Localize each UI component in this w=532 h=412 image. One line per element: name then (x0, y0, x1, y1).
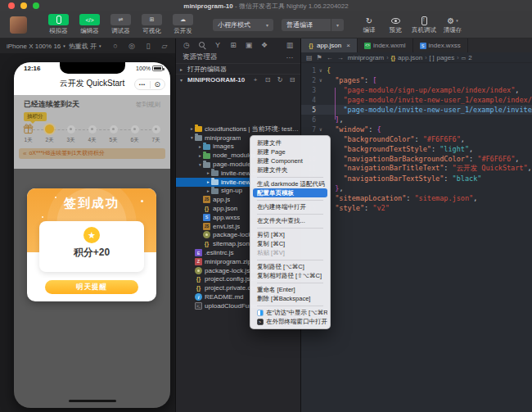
toolbar-button-模拟器[interactable]: 模拟器 (45, 14, 72, 35)
toolbar-button-云开发[interactable]: ☁云开发 (169, 14, 196, 35)
code-line-10: 10 "navigationBarBackgroundColor": "#F6F… (301, 154, 532, 164)
compile-mode-dropdown[interactable]: 普通编译 ▾ (282, 19, 344, 31)
split-icon[interactable]: ▥ (286, 41, 294, 49)
signin-rules-link[interactable]: 签到规则 (136, 101, 160, 109)
code-token: "light" (440, 145, 469, 153)
breadcrumb-item-miniprogram[interactable]: miniprogram (348, 54, 384, 61)
chevron-right-icon: ▸ (180, 66, 185, 72)
more-actions-icon[interactable]: ⋯ (286, 53, 295, 61)
json-file-icon (203, 240, 210, 247)
refresh-icon[interactable]: ↻ (276, 75, 284, 84)
menu-item-剪切-X-[interactable]: 剪切 [⌘X] (253, 230, 327, 239)
menu-item-复制路径-C-[interactable]: 复制路径 [⌥⌘C] (253, 262, 327, 271)
code-line-5: 5 "page-module/invite-new-user_1/example… (301, 105, 532, 115)
line-number: 7 (301, 126, 319, 134)
action-button-编译[interactable]: ↻编译 (357, 15, 381, 34)
search-icon[interactable] (198, 41, 206, 49)
eye-glyph (391, 18, 400, 24)
action-button-清缓存[interactable]: ⚙▾清缓存 (440, 15, 465, 34)
line-number: 4 (301, 97, 319, 104)
menu-item-复制-C-[interactable]: 复制 [⌘C] (253, 239, 327, 248)
breadcrumb-item-app.json[interactable]: {}app.json (391, 54, 423, 61)
tab-label: index.wxss (429, 42, 461, 49)
action-button-预览[interactable]: 预览 (383, 15, 408, 34)
tree-item-cloudfunctions-test1-lowcode[interactable]: ▸cloudfunctions | 当前环境: test1-lowcode (176, 125, 300, 134)
record-icon[interactable]: ◎ (128, 42, 136, 50)
menu-item-删除-Backspace-[interactable]: 删除 [⌘Backspace] (253, 294, 327, 303)
new-file-icon[interactable]: + (251, 75, 259, 84)
wxml-file-icon (364, 43, 371, 49)
menu-item-粘贴-V-: 粘贴 [⌘V] (253, 248, 327, 257)
menu-item-在-访达-中显示-R-[interactable]: 在“访达”中显示 [⌥⌘R] (253, 308, 327, 317)
bookmark-icon[interactable]: ⚑ (317, 54, 322, 61)
collapse-icon[interactable]: ⊟ (288, 75, 296, 84)
code-text: "backgroundTextStyle": "light", (327, 145, 473, 153)
open-editors-section[interactable]: ▸ 打开的编辑器 (176, 63, 300, 74)
menu-item-新建-Component[interactable]: 新建 Component (253, 156, 327, 165)
fold-chevron-icon[interactable]: ∨ (319, 127, 327, 132)
user-avatar[interactable] (10, 16, 27, 34)
fold-chevron-icon[interactable]: ∨ (319, 68, 327, 73)
announcement-marquee: « oX***H8连续签到1天获得积分 (19, 148, 165, 159)
breadcrumb-item-2[interactable]: ▭2 (462, 54, 472, 61)
list-icon[interactable]: ▤ (306, 54, 313, 61)
menu-item-新建文件[interactable]: 新建文件 (253, 138, 327, 147)
action-button-真机调试[interactable]: 真机调试 (409, 15, 439, 34)
toolbar-button-label: 可视化 (142, 27, 161, 35)
tab-app.json[interactable]: app.json× (301, 38, 358, 52)
code-line-14: 14 "sitemapLocation": "sitemap.json", (301, 193, 532, 203)
toolbar-button-可视化[interactable]: ⊞可视化 (138, 14, 165, 35)
code-text: "page-module/invite-new-user_1/example/i… (327, 106, 532, 114)
code-token: , (339, 115, 343, 124)
breadcrumb-label: 2 (468, 54, 471, 61)
signin-progress (22, 123, 162, 136)
device-selector[interactable]: iPhone X 100% 16▾ (7, 43, 65, 50)
toolbar-button-编辑器[interactable]: </>编辑器 (76, 14, 103, 35)
project-root-section[interactable]: ▾ MINIPROGRAM-10 +⊡↻⊟ (176, 74, 300, 84)
breadcrumb-item-pages[interactable]: [ ]pages (430, 54, 455, 61)
menu-item-新建-Page[interactable]: 新建 Page (253, 147, 327, 156)
tab-index.wxss[interactable]: index.wxss (413, 38, 468, 52)
back-arrow-icon[interactable]: ← (327, 54, 333, 61)
menu-item-生成-darkmode-适配代码[interactable]: 生成 darkmode 适配代码 (253, 179, 327, 188)
hot-reload-toggle[interactable]: 热重载 开▾ (69, 42, 101, 51)
menu-item-在外部终端窗口中打开[interactable]: 在外部终端窗口中打开 (253, 317, 327, 326)
day-idle-circle (88, 125, 97, 134)
menu-item-复制相对路径-C-[interactable]: 复制相对路径 [⇧⌥⌘C] (253, 271, 327, 280)
remind-tomorrow-button[interactable]: 明天提醒 (45, 280, 138, 294)
tree-item-label: .eslintrc.js (205, 249, 234, 256)
fold-chevron-icon[interactable]: ∨ (319, 78, 327, 83)
main-toolbar: 模拟器</>编辑器⇌调试器⊞可视化☁云开发 小程序模式 ▾ 普通编译 ▾ ↻编译… (0, 11, 532, 38)
new-folder-icon[interactable]: ⊡ (264, 75, 272, 84)
day-label-3: 3天 (65, 137, 77, 144)
json-icon: {} (391, 55, 395, 61)
menu-item-新建文件夹[interactable]: 新建文件夹 (253, 165, 327, 174)
menu-item-在文件夹中查找-[interactable]: 在文件夹中查找... (253, 216, 327, 225)
sparkle-decoration (55, 197, 56, 198)
menu-item-在内建终端中打开[interactable]: 在内建终端中打开 (253, 202, 327, 211)
announcement-text: oX***H8连续签到1天获得积分 (29, 149, 105, 157)
toolbar-button-label: 云开发 (174, 27, 192, 35)
menu-item-配置单页模板[interactable]: 配置单页模板 (253, 188, 327, 197)
phone-frame-icon[interactable]: ▯ (144, 42, 152, 50)
forward-arrow-icon[interactable]: → (337, 54, 344, 61)
tab-index.wxml[interactable]: index.wxml (358, 38, 413, 52)
windows-icon[interactable]: ▱ (160, 42, 169, 50)
rotate-icon[interactable]: ○ (111, 42, 119, 50)
code-line-15: 15 "style": "v2" (301, 203, 532, 213)
hand-icon[interactable]: ❖ (260, 41, 268, 49)
capsule-home-button[interactable]: ⊙ (151, 79, 165, 90)
package-icon[interactable]: ▣ (245, 41, 253, 49)
code-token: "云开发 QuickStart" (453, 164, 528, 172)
mode-dropdown[interactable]: 小程序模式 ▾ (213, 19, 273, 31)
extensions-icon[interactable]: ⊞ (229, 41, 237, 49)
miniapp-capsule: ••• ⊙ (134, 79, 165, 90)
file-history-icon[interactable]: ◷ (183, 41, 191, 49)
git-branch-icon[interactable]: Y (214, 41, 222, 49)
day-circles (22, 123, 162, 136)
capsule-menu-button[interactable]: ••• (135, 79, 150, 89)
code-token: : (364, 204, 372, 212)
close-icon[interactable]: × (346, 42, 350, 49)
toolbar-button-调试器[interactable]: ⇌调试器 (107, 14, 134, 35)
menu-item-重命名-Enter-[interactable]: 重命名 [Enter] (253, 285, 327, 294)
